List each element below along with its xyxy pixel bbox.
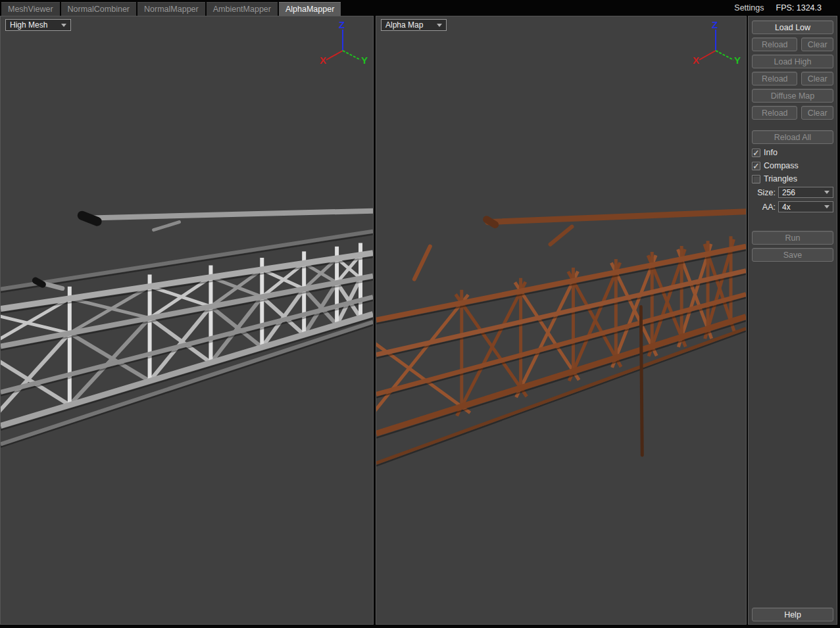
mesh-render-high xyxy=(1,16,373,624)
axis-z-label: Z xyxy=(339,19,345,30)
tab-meshviewer[interactable]: MeshViewer xyxy=(1,2,60,16)
help-button[interactable]: Help xyxy=(752,608,833,621)
tab-alphamapper[interactable]: AlphaMapper xyxy=(279,2,341,16)
diffuse-map-button[interactable]: Diffuse Map xyxy=(752,89,833,103)
topbar-right: Settings FPS: 1324.3 xyxy=(734,0,822,16)
aa-select-value: 4x xyxy=(782,203,791,212)
axis-z-label: Z xyxy=(712,19,718,30)
viewport-alpha-map[interactable]: Alpha Map Z X Y xyxy=(376,16,747,625)
triangles-checkbox[interactable] xyxy=(752,175,760,183)
load-low-button[interactable]: Load Low xyxy=(752,20,833,34)
right-view-mode-select[interactable]: Alpha Map xyxy=(381,19,447,31)
run-button[interactable]: Run xyxy=(752,231,833,245)
tab-normalmapper[interactable]: NormalMapper xyxy=(137,2,205,16)
tab-bar: MeshViewer NormalCombiner NormalMapper A… xyxy=(0,0,840,16)
viewport-high-mesh[interactable]: High Mesh Z X Y xyxy=(0,16,374,625)
clear-low-button[interactable]: Clear xyxy=(801,37,833,51)
size-select-row: Size: 256 xyxy=(752,187,833,198)
chevron-down-icon xyxy=(437,24,442,27)
axis-compass-icon: Z X Y xyxy=(316,19,369,66)
main-area: High Mesh Z X Y Alpha Map xyxy=(0,16,840,628)
fps-counter: FPS: 1324.3 xyxy=(776,3,822,12)
aa-label: AA: xyxy=(752,203,776,212)
chevron-down-icon xyxy=(824,191,829,194)
triangles-checkbox-label: Triangles xyxy=(764,174,797,183)
clear-diffuse-button[interactable]: Clear xyxy=(801,106,833,120)
checkbox-row-triangles[interactable]: Triangles xyxy=(752,174,833,183)
aa-select-row: AA: 4x xyxy=(752,201,833,212)
tab-ambientmapper[interactable]: AmbientMapper xyxy=(207,2,278,16)
axis-x-label: X xyxy=(693,55,699,66)
chevron-down-icon xyxy=(824,205,829,208)
axis-y-label: Y xyxy=(361,55,368,66)
tab-normalcombiner[interactable]: NormalCombiner xyxy=(61,2,136,16)
chevron-down-icon xyxy=(61,24,66,27)
alphamapper-app-window: MeshViewer NormalCombiner NormalMapper A… xyxy=(0,0,840,628)
mesh-render-alpha xyxy=(376,16,746,624)
reload-all-button[interactable]: Reload All xyxy=(752,130,833,144)
size-select-value: 256 xyxy=(782,188,795,197)
compass-checkbox-label: Compass xyxy=(764,161,799,170)
left-view-mode-value: High Mesh xyxy=(10,20,47,30)
compass-checkbox[interactable]: ✓ xyxy=(752,162,760,170)
info-checkbox-label: Info xyxy=(764,148,778,157)
left-view-mode-select[interactable]: High Mesh xyxy=(5,19,71,31)
control-sidebar: Load Low Reload Clear Load High Reload C… xyxy=(748,16,837,625)
save-button[interactable]: Save xyxy=(752,248,833,262)
load-high-button[interactable]: Load High xyxy=(752,55,833,68)
aa-select[interactable]: 4x xyxy=(778,201,833,212)
reload-low-button[interactable]: Reload xyxy=(752,37,797,51)
right-view-mode-value: Alpha Map xyxy=(385,20,423,30)
clear-high-button[interactable]: Clear xyxy=(801,72,833,85)
axis-x-label: X xyxy=(320,55,326,66)
size-label: Size: xyxy=(752,188,776,197)
checkbox-row-info[interactable]: ✓ Info xyxy=(752,148,833,157)
checkbox-row-compass[interactable]: ✓ Compass xyxy=(752,161,833,170)
info-checkbox[interactable]: ✓ xyxy=(752,149,760,157)
axis-compass-icon: Z X Y xyxy=(689,19,742,66)
axis-y-label: Y xyxy=(734,55,741,66)
reload-high-button[interactable]: Reload xyxy=(752,72,797,85)
settings-menu[interactable]: Settings xyxy=(734,3,764,12)
reload-diffuse-button[interactable]: Reload xyxy=(752,106,797,120)
size-select[interactable]: 256 xyxy=(778,187,833,198)
